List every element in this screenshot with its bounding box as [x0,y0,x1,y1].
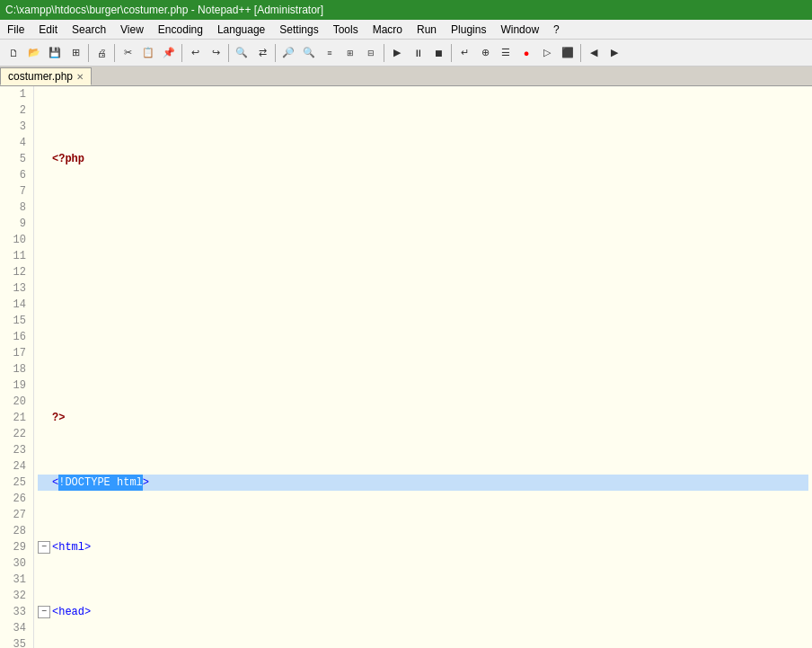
sep1 [88,44,89,62]
toolbar-b13[interactable]: ▶ [605,43,624,63]
line-num-17: 17 [7,345,26,361]
toolbar-zoom-in[interactable]: 🔎 [278,43,298,63]
code-text: <?php [52,151,84,167]
sep8 [580,44,581,62]
line-num-3: 3 [7,119,26,135]
menu-window[interactable]: Window [493,22,546,38]
line-num-34: 34 [7,620,26,636]
menu-edit[interactable]: Edit [31,22,65,38]
code-area[interactable]: <?php ?> <!DOCTYPE html> − <html> [34,86,812,648]
line-num-27: 27 [7,507,26,523]
line-num-25: 25 [7,475,26,491]
sep3 [181,44,182,62]
code-line-2 [38,216,808,232]
line-num-22: 22 [7,426,26,442]
toolbar-wrap[interactable]: ↵ [455,43,474,63]
line-num-13: 13 [7,280,26,297]
menu-plugins[interactable]: Plugins [444,22,493,38]
title-text: C:\xampp\htdocs\burger\costumer.php - No… [5,4,323,16]
toolbar-save[interactable]: 💾 [45,43,65,63]
toolbar-save-all[interactable]: ⊞ [66,43,85,63]
code-line-6: <!DOCTYPE html> [38,475,808,491]
toolbar-zoom-out[interactable]: 🔍 [299,43,319,63]
editor[interactable]: 1 2 3 4 5 6 7 8 9 10 11 12 13 14 15 16 1… [0,86,812,648]
line-num-6: 6 [7,167,26,183]
line-num-32: 32 [7,588,26,604]
fold-minus-7[interactable]: − [38,541,50,554]
code-line-1: <?php [38,151,808,167]
tab-label: costumer.php [8,70,73,83]
toolbar-b3[interactable]: ⊟ [361,43,381,63]
code-text: < [52,475,58,491]
toolbar-b10[interactable]: ▷ [537,43,557,63]
line-num-5: 5 [7,151,26,167]
toolbar-b2[interactable]: ⊞ [340,43,360,63]
code-line-4 [38,345,808,361]
menu-bar: File Edit Search View Encoding Language … [0,20,812,40]
tab-close-icon[interactable]: ✕ [76,72,84,82]
toolbar-b5[interactable]: ⏸ [408,43,428,63]
sep7 [451,44,452,62]
sep6 [384,44,384,62]
toolbar: 🗋 📂 💾 ⊞ 🖨 ✂ 📋 📌 ↩ ↪ 🔍 ⇄ 🔎 🔍 ≡ ⊞ ⊟ ▶ ⏸ ⏹ … [0,40,812,67]
toolbar-b6[interactable]: ⏹ [428,43,448,63]
line-num-1: 1 [7,86,26,102]
line-num-2: 2 [7,102,26,119]
toolbar-redo[interactable]: ↪ [206,43,225,63]
toolbar-b4[interactable]: ▶ [387,43,407,63]
toolbar-b8[interactable]: ☰ [496,43,516,63]
code-text: <html> [52,539,91,555]
menu-help[interactable]: ? [546,22,567,38]
code-line-5: ?> [38,410,808,426]
line-num-19: 19 [7,377,26,394]
toolbar-b7[interactable]: ⊕ [475,43,495,63]
toolbar-undo[interactable]: ↩ [185,43,205,63]
code-text: ?> [52,410,65,426]
tab-costumer-php[interactable]: costumer.php ✕ [0,67,92,85]
code-line-3 [38,280,808,297]
line-num-24: 24 [7,458,26,475]
code-text: > [143,475,149,491]
toolbar-paste[interactable]: 📌 [159,43,179,63]
toolbar-open[interactable]: 📂 [24,43,44,63]
line-num-9: 9 [7,216,26,232]
line-num-15: 15 [7,313,26,329]
line-num-18: 18 [7,361,26,377]
line-num-26: 26 [7,491,26,507]
line-num-21: 21 [7,410,26,426]
line-num-31: 31 [7,572,26,588]
menu-tools[interactable]: Tools [326,22,366,38]
line-num-16: 16 [7,329,26,345]
menu-search[interactable]: Search [65,22,113,38]
menu-macro[interactable]: Macro [366,22,410,38]
menu-settings[interactable]: Settings [272,22,325,38]
menu-file[interactable]: File [0,22,31,38]
menu-run[interactable]: Run [410,22,444,38]
line-num-20: 20 [7,394,26,410]
toolbar-b12[interactable]: ◀ [584,43,604,63]
menu-view[interactable]: View [113,22,151,38]
toolbar-b11[interactable]: ⬛ [558,43,578,63]
line-numbers: 1 2 3 4 5 6 7 8 9 10 11 12 13 14 15 16 1… [0,86,34,648]
toolbar-find[interactable]: 🔍 [232,43,252,63]
toolbar-new[interactable]: 🗋 [4,43,23,63]
toolbar-print[interactable]: 🖨 [92,43,111,63]
line-num-7: 7 [7,183,26,200]
toolbar-cut[interactable]: ✂ [118,43,137,63]
title-bar: C:\xampp\htdocs\burger\costumer.php - No… [0,0,812,20]
code-text: <head> [52,604,91,620]
fold-minus-8[interactable]: − [38,606,50,618]
sep2 [114,44,115,62]
toolbar-b9[interactable]: ● [516,43,536,63]
line-num-28: 28 [7,523,26,539]
menu-encoding[interactable]: Encoding [151,22,210,38]
code-text-sel: !DOCTYPE html [58,475,143,491]
toolbar-b1[interactable]: ≡ [320,43,340,63]
toolbar-copy[interactable]: 📋 [138,43,158,63]
line-num-23: 23 [7,442,26,458]
sep4 [228,44,229,62]
line-num-33: 33 [7,604,26,620]
line-num-10: 10 [7,232,26,248]
menu-language[interactable]: Language [210,22,272,38]
toolbar-replace[interactable]: ⇄ [252,43,272,63]
